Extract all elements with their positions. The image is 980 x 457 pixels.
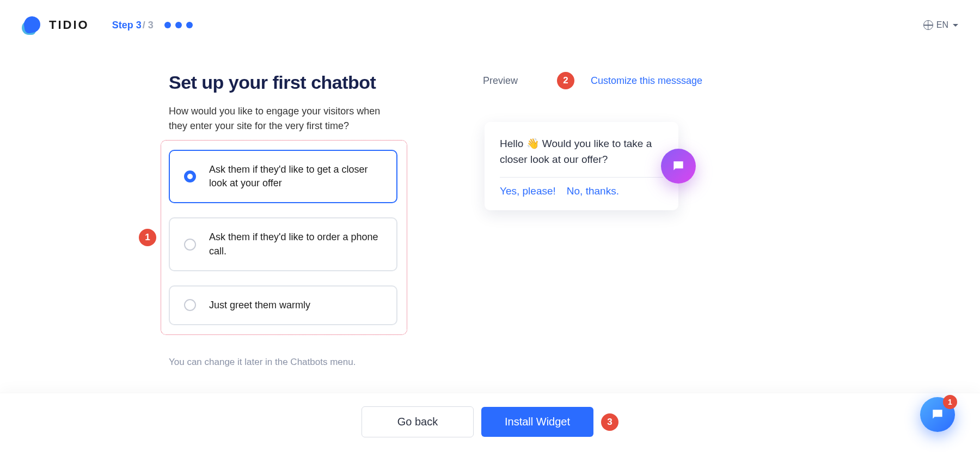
step-current: Step 3	[112, 20, 142, 31]
chat-icon	[930, 407, 945, 422]
chat-action-yes[interactable]: Yes, please!	[500, 185, 556, 197]
chat-actions: Yes, please! No, thanks.	[500, 185, 663, 197]
chat-action-no[interactable]: No, thanks.	[567, 185, 619, 197]
floating-chat-button[interactable]: 1	[920, 397, 955, 432]
chat-divider	[500, 177, 663, 178]
step-dot	[186, 22, 193, 28]
chat-card: Hello 👋 Would you like to take a closer …	[485, 122, 678, 210]
globe-icon	[923, 20, 933, 30]
brand-logo-mark	[22, 15, 41, 35]
language-selector[interactable]: EN	[923, 20, 958, 30]
install-widget-button[interactable]: Install Widget	[481, 407, 593, 437]
preview-column: Preview 2 Customize this messsage Hello …	[485, 72, 681, 368]
radio-icon	[184, 170, 196, 182]
option-closer-look[interactable]: Ask them if they'd like to get a closer …	[169, 150, 397, 203]
main-content: Set up your first chatbot How would you …	[0, 50, 980, 368]
chat-message: Hello 👋 Would you like to take a closer …	[500, 136, 663, 167]
chatbot-options: 1 Ask them if they'd like to get a close…	[169, 150, 397, 325]
step-total: / 3	[143, 20, 154, 31]
brand-name: TIDIO	[49, 18, 89, 32]
option-label: Just greet them warmly	[209, 298, 310, 312]
step-dot	[164, 22, 171, 28]
step-indicator: Step 3 / 3	[112, 20, 193, 31]
brand-logo: TIDIO	[22, 15, 89, 35]
page-title: Set up your first chatbot	[169, 72, 397, 93]
chat-preview-widget: Hello 👋 Would you like to take a closer …	[485, 122, 678, 210]
chevron-down-icon	[953, 24, 958, 27]
radio-icon	[184, 239, 196, 251]
page-subtitle: How would you like to engage your visito…	[169, 104, 397, 133]
header: TIDIO Step 3 / 3 EN	[0, 0, 980, 50]
step-dot	[175, 22, 182, 28]
option-label: Ask them if they'd like to order a phone…	[209, 230, 382, 258]
footer: Go back Install Widget 3	[0, 393, 980, 457]
chat-icon	[671, 159, 685, 173]
preview-label: Preview	[483, 75, 518, 87]
option-greet-warmly[interactable]: Just greet them warmly	[169, 285, 397, 325]
annotation-marker-3: 3	[601, 413, 618, 431]
go-back-button[interactable]: Go back	[362, 406, 474, 437]
setup-column: Set up your first chatbot How would you …	[169, 72, 397, 368]
annotation-marker-2: 2	[557, 72, 574, 89]
change-later-note: You can change it later in the Chatbots …	[169, 357, 397, 368]
preview-header: Preview 2 Customize this messsage	[483, 72, 681, 89]
customize-message-link[interactable]: Customize this messsage	[591, 75, 702, 87]
radio-icon	[184, 299, 196, 311]
notification-badge: 1	[943, 395, 957, 409]
step-dots	[164, 22, 193, 28]
option-phone-call[interactable]: Ask them if they'd like to order a phone…	[169, 217, 397, 271]
annotation-marker-1: 1	[139, 229, 156, 246]
chat-bubble-button[interactable]	[661, 149, 696, 184]
language-code: EN	[936, 20, 948, 30]
option-label: Ask them if they'd like to get a closer …	[209, 163, 382, 190]
